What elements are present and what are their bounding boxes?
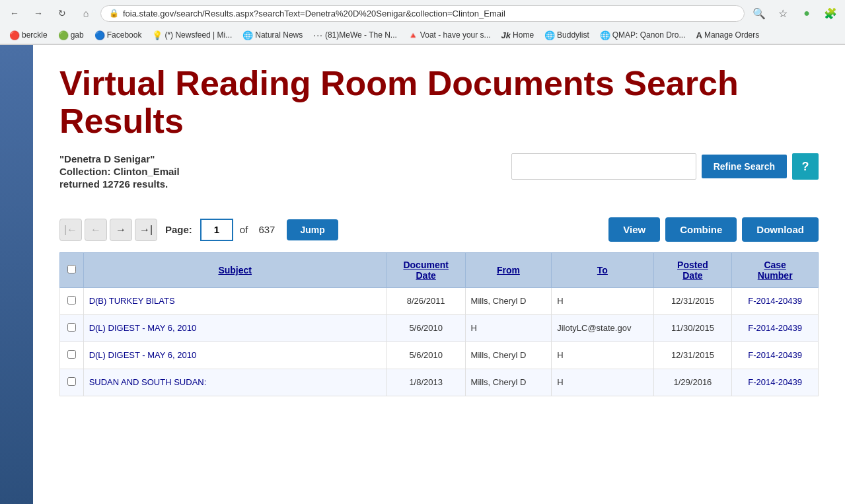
- qmap-icon: 🌐: [600, 30, 610, 40]
- row-from-cell: Mills, Cheryl D: [465, 288, 552, 315]
- select-all-checkbox[interactable]: [67, 265, 76, 273]
- select-all-header: [60, 253, 84, 288]
- subject-sort-link[interactable]: Subject: [218, 265, 252, 275]
- row-to-cell: H: [552, 342, 653, 369]
- posted-date-header: PostedDate: [653, 253, 732, 288]
- row-checkbox-cell: [60, 369, 84, 396]
- bookmark-buddylist[interactable]: 🌐 Buddylist: [540, 29, 593, 42]
- bookmark-label: Manage Orders: [704, 30, 759, 40]
- row-case-number-link[interactable]: F-2014-20439: [748, 377, 802, 387]
- buddylist-icon: 🌐: [544, 30, 555, 40]
- row-doc-date-cell: 5/6/2010: [386, 315, 465, 342]
- lock-icon: 🔒: [109, 9, 119, 18]
- doc-date-sort-link[interactable]: DocumentDate: [403, 260, 448, 281]
- row-subject-link[interactable]: D(L) DIGEST - MAY 6, 2010: [89, 350, 197, 360]
- table-body: D(B) TURKEY BILATS 8/26/2011 Mills, Cher…: [60, 288, 819, 396]
- bookmark-label: (81)MeWe - The N...: [325, 30, 397, 40]
- search-input[interactable]: [511, 153, 696, 180]
- table-header: Subject DocumentDate From To PostedDate: [60, 253, 819, 288]
- sidebar: [0, 45, 33, 504]
- page-label: Page:: [165, 224, 192, 235]
- bookmark-berckle[interactable]: 🔴 berckle: [5, 29, 52, 42]
- table-row: D(L) DIGEST - MAY 6, 2010 5/6/2010 Mills…: [60, 342, 819, 369]
- row-checkbox[interactable]: [67, 296, 76, 305]
- home-button[interactable]: ⌂: [77, 4, 95, 22]
- refresh-button[interactable]: ↻: [53, 4, 71, 22]
- last-page-button[interactable]: →|: [135, 219, 157, 241]
- row-checkbox[interactable]: [67, 377, 76, 386]
- row-case-number-cell: F-2014-20439: [732, 288, 819, 315]
- extensions-icon-btn[interactable]: ●: [797, 4, 816, 22]
- row-subject-cell: SUDAN AND SOUTH SUDAN:: [83, 369, 386, 396]
- browser-action-icons: 🔍 ☆ ● 🧩: [750, 4, 840, 22]
- row-case-number-link[interactable]: F-2014-20439: [748, 296, 802, 306]
- to-sort-link[interactable]: To: [597, 265, 608, 275]
- row-from-cell: Mills, Cheryl D: [465, 369, 552, 396]
- forward-button[interactable]: →: [29, 4, 48, 22]
- case-number-sort-link[interactable]: CaseNumber: [758, 260, 793, 281]
- bookmark-label: berckle: [22, 30, 48, 40]
- bookmark-natural-news[interactable]: 🌐 Natural News: [239, 29, 307, 42]
- row-doc-date-cell: 5/6/2010: [386, 342, 465, 369]
- row-case-number-cell: F-2014-20439: [732, 342, 819, 369]
- collection-display: Collection: Clinton_Email: [59, 166, 180, 177]
- berckle-icon: 🔴: [9, 30, 20, 40]
- combine-button[interactable]: Combine: [665, 217, 737, 242]
- bookmark-label: (*) Newsfeed | Mi...: [165, 30, 232, 40]
- first-page-button[interactable]: |←: [59, 219, 82, 241]
- bookmark-manage-orders[interactable]: A Manage Orders: [692, 29, 764, 42]
- bookmark-facebook[interactable]: 🔵 Facebook: [91, 29, 146, 42]
- search-icon-btn[interactable]: 🔍: [750, 4, 768, 22]
- row-checkbox[interactable]: [67, 323, 76, 332]
- bookmark-qmap[interactable]: 🌐 QMAP: Qanon Dro...: [596, 29, 690, 42]
- row-checkbox[interactable]: [67, 350, 76, 359]
- refine-search-button[interactable]: Refine Search: [702, 155, 787, 178]
- bookmark-mewe[interactable]: ··· (81)MeWe - The N...: [309, 28, 401, 42]
- back-button[interactable]: ←: [5, 4, 24, 22]
- star-icon-btn[interactable]: ☆: [774, 4, 792, 22]
- page-container: Virtual Reading Room Documents Search Re…: [0, 45, 845, 504]
- row-from-cell: H: [465, 315, 552, 342]
- posted-date-sort-link[interactable]: PostedDate: [677, 260, 708, 281]
- page-title-line2: Results: [59, 102, 184, 140]
- row-checkbox-cell: [60, 342, 84, 369]
- pagination-row: |← ← → →| Page: of 637 Jump View Combine…: [59, 217, 819, 242]
- bookmark-gab[interactable]: 🟢 gab: [54, 29, 88, 42]
- bookmark-label: QMAP: Qanon Dro...: [612, 30, 686, 40]
- view-button[interactable]: View: [608, 217, 660, 242]
- row-subject-link[interactable]: D(B) TURKEY BILATS: [89, 296, 175, 306]
- address-bar[interactable]: 🔒 foia.state.gov/search/Results.aspx?sea…: [100, 5, 745, 22]
- row-checkbox-cell: [60, 288, 84, 315]
- doc-date-header: DocumentDate: [386, 253, 465, 288]
- voat-icon: 🔺: [408, 30, 418, 40]
- total-pages: 637: [258, 224, 275, 235]
- prev-page-button[interactable]: ←: [85, 219, 107, 241]
- results-count: returned 12726 results.: [59, 178, 180, 190]
- case-number-header: CaseNumber: [732, 253, 819, 288]
- puzzle-icon-btn[interactable]: 🧩: [821, 4, 840, 22]
- row-posted-date-cell: 12/31/2015: [653, 342, 732, 369]
- newsfeed-icon: 💡: [152, 30, 163, 40]
- bookmarks-bar: 🔴 berckle 🟢 gab 🔵 Facebook 💡 (*) Newsfee…: [0, 26, 845, 44]
- row-case-number-link[interactable]: F-2014-20439: [748, 350, 802, 360]
- bookmark-voat[interactable]: 🔺 Voat - have your s...: [404, 29, 495, 42]
- download-button[interactable]: Download: [742, 217, 819, 242]
- row-subject-cell: D(L) DIGEST - MAY 6, 2010: [83, 315, 386, 342]
- bookmark-label: Buddylist: [557, 30, 589, 40]
- help-button[interactable]: ?: [792, 153, 819, 180]
- subject-header: Subject: [83, 253, 386, 288]
- next-page-button[interactable]: →: [110, 219, 132, 241]
- row-subject-link[interactable]: D(L) DIGEST - MAY 6, 2010: [89, 323, 197, 333]
- row-subject-link[interactable]: SUDAN AND SOUTH SUDAN:: [89, 377, 207, 387]
- natural-news-icon: 🌐: [242, 30, 253, 40]
- row-case-number-link[interactable]: F-2014-20439: [748, 323, 802, 333]
- bookmark-home[interactable]: Jk Home: [497, 29, 538, 42]
- table-row: D(B) TURKEY BILATS 8/26/2011 Mills, Cher…: [60, 288, 819, 315]
- results-table: Subject DocumentDate From To PostedDate: [59, 252, 819, 396]
- table-row: SUDAN AND SOUTH SUDAN: 1/8/2013 Mills, C…: [60, 369, 819, 396]
- bookmark-newsfeed[interactable]: 💡 (*) Newsfeed | Mi...: [148, 29, 236, 42]
- page-number-input[interactable]: [200, 219, 233, 241]
- jump-button[interactable]: Jump: [287, 219, 338, 240]
- bookmark-label: Facebook: [107, 30, 142, 40]
- from-sort-link[interactable]: From: [497, 265, 520, 275]
